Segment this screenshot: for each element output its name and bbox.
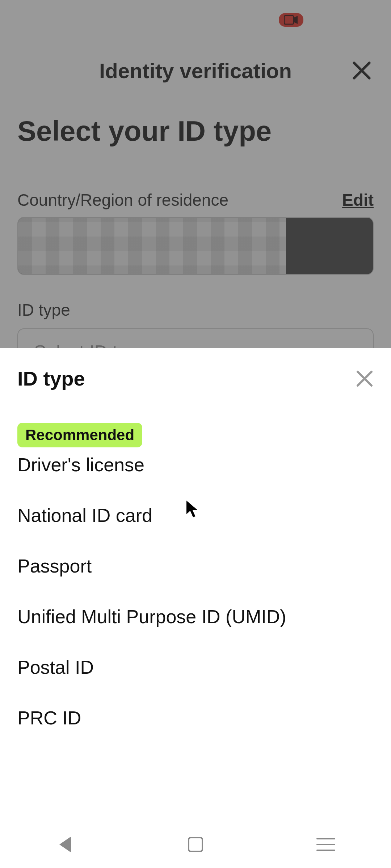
heading: Select your ID type	[17, 116, 374, 147]
country-field[interactable]	[17, 217, 374, 275]
idtype-option-prc-id[interactable]: PRC ID	[17, 693, 374, 743]
status-time: 10:52AM	[17, 11, 78, 29]
status-bar: 10:52AM	[0, 0, 391, 40]
data-sync-icon	[326, 13, 334, 27]
svg-rect-1	[284, 16, 294, 24]
page-header: Identity verification	[0, 40, 391, 101]
idtype-option-umid[interactable]: Unified Multi Purpose ID (UMID)	[17, 591, 374, 642]
screen-record-icon	[279, 13, 303, 27]
idtype-option-national-id[interactable]: National ID card	[17, 490, 374, 541]
cast-icon	[86, 14, 103, 26]
recommended-badge: Recommended	[17, 423, 142, 447]
idtype-bottom-sheet: ID type Recommended Driver's license Nat…	[0, 348, 391, 868]
sheet-title: ID type	[17, 367, 85, 390]
nav-back-button[interactable]	[54, 834, 76, 855]
nav-home-button[interactable]	[185, 834, 206, 855]
idtype-option-passport[interactable]: Passport	[17, 541, 374, 591]
nav-recent-button[interactable]	[315, 834, 337, 855]
page-title: Identity verification	[99, 59, 292, 83]
country-label: Country/Region of residence	[17, 190, 228, 210]
edit-link[interactable]: Edit	[342, 190, 374, 210]
svg-rect-4	[365, 14, 373, 27]
wifi-icon	[340, 13, 358, 26]
svg-rect-0	[87, 14, 99, 26]
svg-point-2	[348, 24, 350, 26]
system-nav-bar	[0, 821, 391, 868]
svg-rect-3	[367, 12, 371, 14]
idtype-option-postal-id[interactable]: Postal ID	[17, 642, 374, 693]
sheet-close-button[interactable]	[356, 370, 374, 388]
close-button[interactable]	[352, 61, 371, 80]
idtype-option-drivers-license[interactable]: Driver's license	[17, 454, 374, 490]
bluetooth-icon	[310, 12, 319, 27]
battery-icon	[364, 12, 374, 27]
redacted-region	[18, 217, 286, 275]
idtype-label: ID type	[17, 300, 374, 320]
